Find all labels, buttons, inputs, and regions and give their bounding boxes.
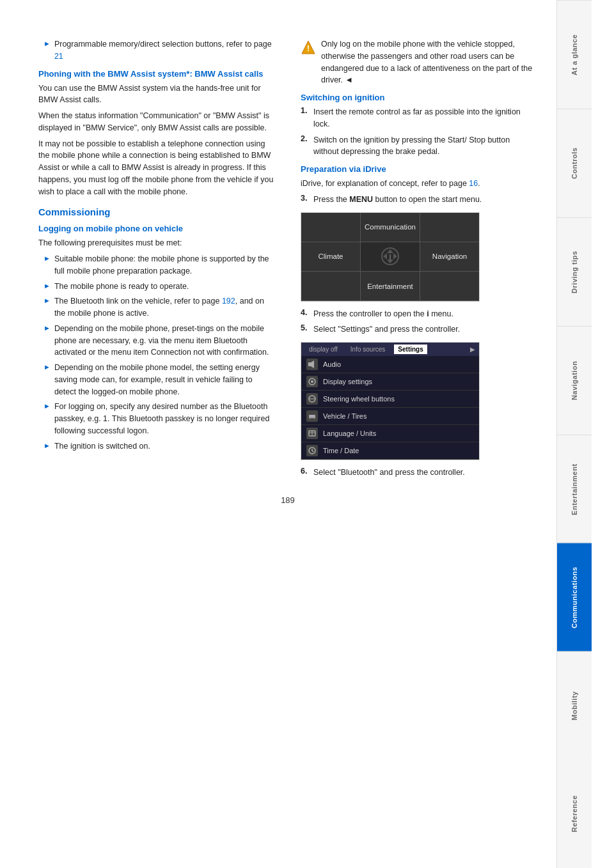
tab-info-sources: Info sources — [347, 345, 389, 354]
svg-point-16 — [313, 417, 315, 419]
commissioning-title: Commissioning — [38, 206, 275, 217]
right-column: ! Only log on the mobile phone with the … — [301, 38, 537, 483]
sidebar-tab-driving-tips[interactable]: Driving tips — [557, 217, 592, 326]
tab-settings-active: Settings — [394, 345, 427, 354]
bullet-item-1: ► The mobile phone is ready to operate. — [38, 281, 275, 293]
step-3: 3. Press the MENU button to open the sta… — [301, 194, 537, 206]
svg-rect-8 — [308, 362, 311, 366]
bullet-item-3: ► Depending on the mobile phone, preset-… — [38, 323, 275, 359]
settings-item-time: Time / Date — [301, 442, 479, 460]
sidebar-tab-communications[interactable]: Communications — [557, 543, 592, 651]
settings-arrow-icon: ▶ — [470, 346, 475, 353]
preparation-title: Preparation via iDrive — [301, 164, 537, 174]
bullet-arrow-icon-4: ► — [43, 363, 51, 371]
bullet-item-4: ► Depending on the mobile phone model, t… — [38, 362, 275, 398]
settings-item-audio: Audio — [301, 356, 479, 373]
sidebar-tab-reference[interactable]: Reference — [557, 760, 592, 868]
main-content: ► Programmable memory/direct selection b… — [0, 0, 556, 868]
bullet-arrow-icon-6: ► — [43, 442, 51, 449]
menu-cell-entertainment: Entertainment — [361, 272, 420, 300]
menu-cell-empty-bl — [301, 272, 360, 300]
bullet-arrow-icon-3: ► — [43, 324, 51, 332]
settings-item-text-language: Language / Units — [323, 430, 376, 437]
svg-marker-7 — [393, 253, 397, 260]
bullet-arrow-icon: ► — [43, 40, 51, 47]
language-icon — [306, 428, 318, 439]
bullet-item-5: ► For logging on, specify any desired nu… — [38, 401, 275, 437]
menu-cell-communication: Communication — [361, 213, 420, 242]
switching-title: Switching on ignition — [301, 93, 537, 102]
bullet-text-programmable: Programmable memory/direct selection but… — [54, 38, 275, 63]
bullet-arrow-icon-1: ► — [43, 282, 51, 290]
settings-item-text-vehicle: Vehicle / Tires — [323, 412, 366, 420]
step-5: 5. Select "Settings" and press the contr… — [301, 323, 537, 336]
svg-point-11 — [311, 380, 313, 383]
menu-cell-center: i — [361, 242, 420, 271]
link-page192[interactable]: 192 — [222, 297, 235, 306]
menu-grid: Communication Climate i — [301, 213, 479, 301]
bullet-text-6: The ignition is switched on. — [54, 440, 150, 453]
time-icon — [306, 445, 318, 456]
settings-item-display: Display settings — [301, 373, 479, 391]
svg-marker-4 — [387, 249, 393, 253]
settings-item-steering: Steering wheel buttons — [301, 391, 479, 408]
bullet-text-5: For logging on, specify any desired numb… — [54, 401, 275, 437]
svg-marker-5 — [387, 260, 393, 263]
step-4: 4. Press the controller to open the i me… — [301, 308, 537, 320]
svg-point-15 — [310, 417, 311, 419]
warning-back: ◄ — [343, 75, 353, 84]
link-page21[interactable]: 21 — [54, 52, 63, 61]
two-col-layout: ► Programmable memory/direct selection b… — [38, 38, 537, 483]
settings-item-language: Language / Units — [301, 425, 479, 442]
vehicle-icon — [306, 410, 318, 422]
menu-cell-empty-br — [420, 272, 479, 300]
audio-icon — [306, 359, 318, 370]
menu-cell-empty-tr — [420, 213, 479, 242]
warning-triangle-icon: ! — [301, 40, 316, 55]
tab-display-off: display off — [305, 345, 342, 354]
sidebar-tab-at-a-glance[interactable]: At a glance — [557, 0, 592, 109]
settings-item-text-audio: Audio — [323, 360, 341, 368]
preparation-intro: iDrive, for explanation of concept, refe… — [301, 178, 537, 190]
i-menu-bold: i — [427, 309, 429, 318]
warning-box: ! Only log on the mobile phone with the … — [301, 38, 537, 86]
logging-title: Logging on mobile phone on vehicle — [38, 224, 275, 233]
bullet-text-1: The mobile phone is ready to operate. — [54, 281, 189, 293]
idrive-menu-image: Communication Climate i — [301, 212, 480, 302]
sidebar: At a glance Controls Driving tips Naviga… — [556, 0, 592, 868]
warning-text: Only log on the mobile phone with the ve… — [321, 38, 537, 86]
page-number: 189 — [38, 495, 537, 511]
settings-item-text-time: Time / Date — [323, 447, 359, 454]
svg-text:!: ! — [307, 43, 310, 53]
left-column: ► Programmable memory/direct selection b… — [38, 38, 281, 483]
phoning-para1: You can use the BMW Assist system via th… — [38, 82, 275, 107]
sidebar-tab-mobility[interactable]: Mobility — [557, 651, 592, 760]
bullet-item-0: ► Suitable mobile phone: the mobile phon… — [38, 253, 275, 277]
bullet-text-4: Depending on the mobile phone model, the… — [54, 362, 275, 398]
page-container: ► Programmable memory/direct selection b… — [0, 0, 614, 868]
bullet-item-2: ► The Bluetooth link on the vehicle, ref… — [38, 295, 275, 320]
settings-item-text-display: Display settings — [323, 378, 372, 385]
bullet-item-6: ► The ignition is switched on. — [38, 440, 275, 453]
step-6: 6. Select "Bluetooth" and press the cont… — [301, 467, 537, 479]
menu-bold: MENU — [349, 195, 373, 204]
display-settings-icon — [306, 376, 318, 387]
step-1: 1. Insert the remote control as far as p… — [301, 106, 537, 130]
menu-cell-empty-tl — [301, 213, 360, 242]
bullet-arrow-icon-0: ► — [43, 254, 51, 262]
settings-item-text-steering: Steering wheel buttons — [323, 395, 395, 403]
svg-marker-6 — [383, 253, 387, 260]
sidebar-tab-controls[interactable]: Controls — [557, 109, 592, 217]
menu-cell-climate: Climate — [301, 242, 360, 271]
step-2: 2. Switch on the ignition by pressing th… — [301, 134, 537, 159]
logging-intro: The following prerequisites must be met: — [38, 237, 275, 249]
sidebar-tab-entertainment[interactable]: Entertainment — [557, 435, 592, 543]
steering-icon — [306, 393, 318, 405]
bullet-arrow-icon-5: ► — [43, 402, 51, 410]
sidebar-tab-navigation[interactable]: Navigation — [557, 326, 592, 435]
settings-screen-image: display off Info sources Settings ▶ Audi… — [301, 342, 480, 460]
settings-topbar: display off Info sources Settings ▶ — [301, 343, 479, 356]
bullet-text-3: Depending on the mobile phone, preset-ti… — [54, 323, 275, 359]
link-page16[interactable]: 16 — [469, 179, 478, 188]
svg-line-22 — [312, 451, 313, 452]
